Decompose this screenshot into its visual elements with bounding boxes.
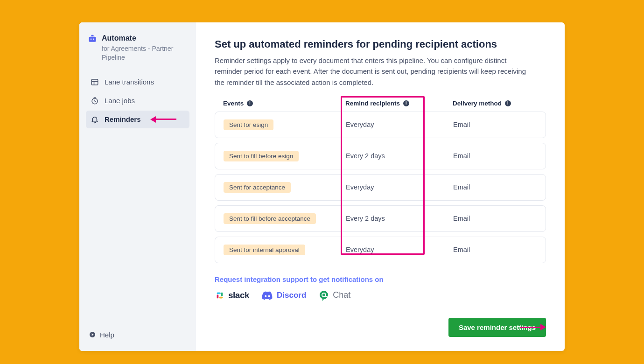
nav-label: Reminders [105, 115, 141, 123]
delivery-cell[interactable]: Email [453, 183, 537, 191]
nav-label: Lane transitions [105, 78, 154, 86]
col-header-remind: Remind recipients i [345, 100, 453, 107]
remind-cell[interactable]: Everyday [346, 183, 453, 191]
sidebar-header: Automate for Agreements - Partner Pipeli… [86, 34, 189, 70]
nav-lane-transitions[interactable]: Lane transitions [86, 73, 189, 91]
help-link[interactable]: Help [86, 328, 189, 342]
remind-cell[interactable]: Every 2 days [346, 152, 453, 160]
bell-icon [91, 115, 99, 124]
remind-cell[interactable]: Everyday [346, 121, 453, 128]
svg-rect-17 [217, 292, 221, 294]
delivery-cell[interactable]: Email [453, 246, 537, 253]
col-header-delivery: Delivery method i [453, 100, 538, 107]
svg-rect-15 [219, 297, 223, 299]
play-circle-icon [89, 331, 96, 338]
info-icon[interactable]: i [403, 100, 409, 106]
svg-line-9 [95, 101, 96, 102]
nav-label: Lane jobs [105, 97, 135, 105]
integration-slack[interactable]: slack [215, 290, 249, 301]
remind-cell[interactable]: Every 2 days [346, 215, 453, 222]
table-row[interactable]: Sent for esign Everyday Email [215, 112, 546, 138]
event-badge: Sent to fill before esign [224, 151, 299, 161]
event-badge: Sent for acceptance [224, 182, 291, 193]
sidebar-subtitle: for Agreements - Partner Pipeline [102, 44, 188, 62]
integration-section: Request integration support to get notif… [215, 275, 546, 301]
save-reminder-settings-button[interactable]: Save reminder settings [448, 318, 546, 337]
nav-lane-jobs[interactable]: Lane jobs [86, 92, 189, 110]
sidebar: Automate for Agreements - Partner Pipeli… [79, 22, 196, 351]
robot-icon [88, 35, 97, 43]
table-header-row: Events i Remind recipients i Delivery me… [215, 100, 546, 112]
clock-icon [91, 97, 99, 105]
svg-rect-4 [91, 79, 98, 85]
page-title: Set up automated reminders for pending r… [215, 38, 546, 50]
annotation-arrow [150, 116, 176, 123]
integration-chat[interactable]: Chat [318, 290, 350, 301]
svg-point-18 [320, 291, 328, 299]
svg-rect-0 [89, 37, 96, 42]
delivery-cell[interactable]: Email [453, 215, 537, 222]
table-row[interactable]: Sent to fill before esign Every 2 days E… [215, 143, 546, 169]
remind-cell[interactable]: Everyday [346, 246, 453, 253]
event-badge: Sent for internal approval [224, 245, 305, 255]
event-badge: Sent for esign [224, 119, 273, 130]
integration-logos: slack Discord Chat [215, 290, 546, 301]
integration-title: Request integration support to get notif… [215, 275, 546, 283]
app-window: Automate for Agreements - Partner Pipeli… [79, 22, 565, 351]
svg-point-2 [91, 39, 92, 40]
discord-icon [261, 291, 273, 300]
layout-icon [91, 78, 99, 86]
reminder-table: Events i Remind recipients i Delivery me… [215, 100, 546, 263]
delivery-cell[interactable]: Email [453, 121, 537, 128]
sidebar-nav: Lane transitions Lane jobs Reminders [86, 73, 189, 128]
nav-reminders[interactable]: Reminders [86, 111, 189, 128]
delivery-cell[interactable]: Email [453, 152, 537, 160]
main-panel: Set up automated reminders for pending r… [196, 22, 565, 351]
info-icon[interactable]: i [505, 100, 511, 106]
chat-icon [318, 290, 329, 301]
svg-rect-14 [217, 294, 219, 298]
info-icon[interactable]: i [247, 100, 253, 106]
col-header-events: Events i [223, 100, 345, 107]
sidebar-title: Automate [102, 34, 188, 42]
help-label: Help [100, 331, 114, 339]
integration-discord[interactable]: Discord [261, 291, 306, 300]
svg-rect-1 [91, 35, 94, 36]
table-row[interactable]: Sent for acceptance Everyday Email [215, 174, 546, 201]
save-row: Save reminder settings [215, 318, 546, 337]
page-description: Reminder settings apply to every documen… [215, 55, 532, 88]
slack-icon [215, 290, 225, 301]
table-row[interactable]: Sent to fill before acceptance Every 2 d… [215, 205, 546, 232]
svg-rect-16 [221, 292, 223, 296]
event-badge: Sent to fill before acceptance [224, 213, 316, 224]
table-row[interactable]: Sent for internal approval Everyday Emai… [215, 237, 546, 263]
svg-point-3 [93, 39, 95, 40]
